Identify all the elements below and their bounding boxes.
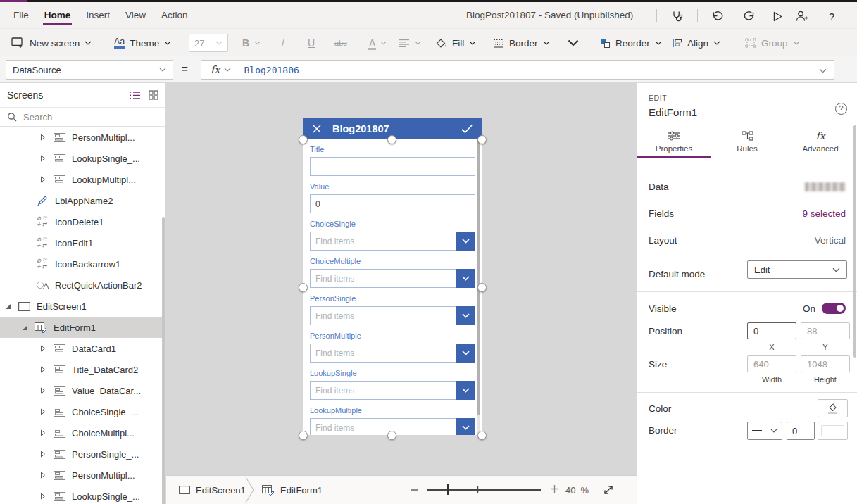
data-row[interactable]: Data <box>649 173 846 200</box>
tree-item-personsingle[interactable]: PersonSingle_... <box>0 443 165 465</box>
menu-action[interactable]: Action <box>154 2 196 28</box>
text-align-button[interactable] <box>399 29 421 57</box>
collapse-arrow-icon[interactable] <box>39 366 46 373</box>
default-mode-select[interactable]: Edit <box>747 260 847 279</box>
help-icon[interactable]: ? <box>824 8 839 24</box>
tree-item-personmultipl[interactable]: PersonMultipl... <box>0 465 165 486</box>
field-dropdown[interactable]: Find items <box>310 344 475 363</box>
field-text-input[interactable]: 0 <box>310 194 475 213</box>
close-icon[interactable] <box>312 124 322 134</box>
tree-item-datacard1[interactable]: DataCard1 <box>0 338 165 359</box>
border-style-select[interactable] <box>747 422 782 440</box>
menu-view[interactable]: View <box>118 2 154 28</box>
border-weight-input[interactable]: 0 <box>787 422 815 440</box>
underline-button[interactable]: U <box>308 29 315 57</box>
screens-panel-scrollbar[interactable] <box>162 217 165 504</box>
selection-handle-bottom-left[interactable] <box>299 431 308 440</box>
app-checker-icon[interactable] <box>669 8 684 24</box>
collapse-arrow-icon[interactable] <box>39 472 46 479</box>
selection-handle-top-right[interactable] <box>477 135 487 144</box>
ribbon-expand-chevron[interactable] <box>568 29 579 57</box>
collapse-arrow-icon[interactable] <box>39 345 46 352</box>
collapse-arrow-icon[interactable] <box>39 451 46 458</box>
edit-form-control[interactable]: Blog201807 TitleValue0ChoiceSingleFind i… <box>303 118 482 435</box>
size-height-input[interactable]: 1048 <box>801 355 850 372</box>
property-select[interactable]: DataSource <box>6 60 173 80</box>
breadcrumb-form[interactable]: EditForm1 <box>262 476 323 504</box>
menu-file[interactable]: File <box>6 2 37 28</box>
field-dropdown[interactable]: Find items <box>310 381 475 400</box>
collapse-arrow-icon[interactable] <box>39 176 46 183</box>
dropdown-chevron-button[interactable] <box>456 232 475 251</box>
collapse-arrow-icon[interactable] <box>39 387 46 394</box>
fullscreen-icon[interactable] <box>603 484 614 496</box>
font-color-button[interactable]: A <box>369 29 387 57</box>
expand-arrow-icon[interactable] <box>4 303 11 310</box>
layout-row[interactable]: Layout Vertical <box>649 227 846 253</box>
border-color-swatch[interactable] <box>818 422 848 440</box>
position-x-input[interactable]: 0 <box>747 322 796 339</box>
tree-item-titledatacard2[interactable]: Title_DataCard2 <box>0 359 165 380</box>
selection-handle-mid-right[interactable] <box>477 283 487 292</box>
thumbnail-view-icon[interactable] <box>149 90 158 100</box>
tree-item-iconedit1[interactable]: ⊘♡+⇄IconEdit1 <box>0 232 165 253</box>
undo-icon[interactable] <box>710 8 725 24</box>
redo-icon[interactable] <box>742 8 757 24</box>
dropdown-chevron-button[interactable] <box>456 344 475 363</box>
expand-arrow-icon[interactable] <box>21 325 28 331</box>
border-button[interactable]: Border <box>493 29 550 57</box>
tree-item-icondelete1[interactable]: ⊘♡+⇄IconDelete1 <box>0 211 165 232</box>
tree-item-lookupsingle[interactable]: LookupSingle_... <box>0 148 165 169</box>
selection-handle-bottom-center[interactable] <box>387 431 396 440</box>
layout-value[interactable]: Vertical <box>815 235 846 246</box>
field-dropdown[interactable]: Find items <box>310 269 475 288</box>
collapse-arrow-icon[interactable] <box>39 429 46 436</box>
form-scrollbar-thumb[interactable] <box>477 139 480 415</box>
menu-home[interactable]: Home <box>37 2 79 28</box>
collapse-arrow-icon[interactable] <box>39 493 46 500</box>
dropdown-chevron-button[interactable] <box>456 418 475 435</box>
tab-properties[interactable]: Properties <box>637 125 711 158</box>
tree-item-editform1[interactable]: EditForm1 <box>0 317 165 338</box>
align-button[interactable]: Align <box>672 29 720 57</box>
bold-button[interactable]: B <box>242 29 261 57</box>
font-size-select[interactable]: 27 <box>189 34 228 52</box>
formula-expand-chevron[interactable] <box>819 68 827 73</box>
tree-item-personmultipl[interactable]: PersonMultipl... <box>0 127 165 148</box>
tree-item-lookupsingle[interactable]: LookupSingle_... <box>0 486 165 504</box>
tree-item-rectquickactionbar2[interactable]: RectQuickActionBar2 <box>0 275 165 296</box>
formula-text[interactable]: Blog201806 <box>237 65 299 75</box>
field-dropdown[interactable]: Find items <box>310 232 475 251</box>
menu-insert[interactable]: Insert <box>78 2 118 28</box>
tree-item-choicemultipl[interactable]: ChoiceMultipl... <box>0 422 165 443</box>
collapse-arrow-icon[interactable] <box>39 408 46 415</box>
position-y-input[interactable]: 88 <box>801 322 850 339</box>
visible-toggle[interactable] <box>822 303 846 314</box>
new-screen-button[interactable]: New screen <box>11 29 92 57</box>
field-dropdown[interactable]: Find items <box>310 306 475 325</box>
add-user-icon[interactable] <box>794 8 809 24</box>
color-picker-button[interactable] <box>818 399 848 417</box>
properties-panel-scrollbar[interactable] <box>853 125 856 358</box>
italic-button[interactable]: / <box>282 29 284 57</box>
zoom-out-button[interactable] <box>411 489 418 491</box>
zoom-in-button[interactable] <box>550 484 559 493</box>
dropdown-chevron-button[interactable] <box>456 306 475 325</box>
collapse-arrow-icon[interactable] <box>39 155 46 162</box>
screens-search-input[interactable]: Search <box>0 107 165 127</box>
canvas[interactable]: Blog201807 TitleValue0ChoiceSingleFind i… <box>166 83 637 475</box>
selection-handle-top-left[interactable] <box>299 135 308 144</box>
collapse-arrow-icon[interactable] <box>39 134 46 141</box>
tab-rules[interactable]: Rules <box>711 125 784 158</box>
formula-input[interactable]: fx Blog201806 <box>201 60 834 80</box>
dropdown-chevron-button[interactable] <box>456 269 475 288</box>
tree-item-iconbackarrow1[interactable]: ⊘♡+⇄IconBackarrow1 <box>0 253 165 275</box>
panel-help-icon[interactable]: ? <box>835 103 847 115</box>
size-width-input[interactable]: 640 <box>747 355 796 372</box>
fields-value[interactable]: 9 selected <box>802 208 846 219</box>
play-icon[interactable] <box>770 8 785 24</box>
reorder-button[interactable]: Reorder <box>600 29 662 57</box>
selection-handle-mid-left[interactable] <box>299 283 308 292</box>
selection-handle-top-center[interactable] <box>387 135 396 144</box>
strikethrough-button[interactable]: abc <box>334 29 347 57</box>
